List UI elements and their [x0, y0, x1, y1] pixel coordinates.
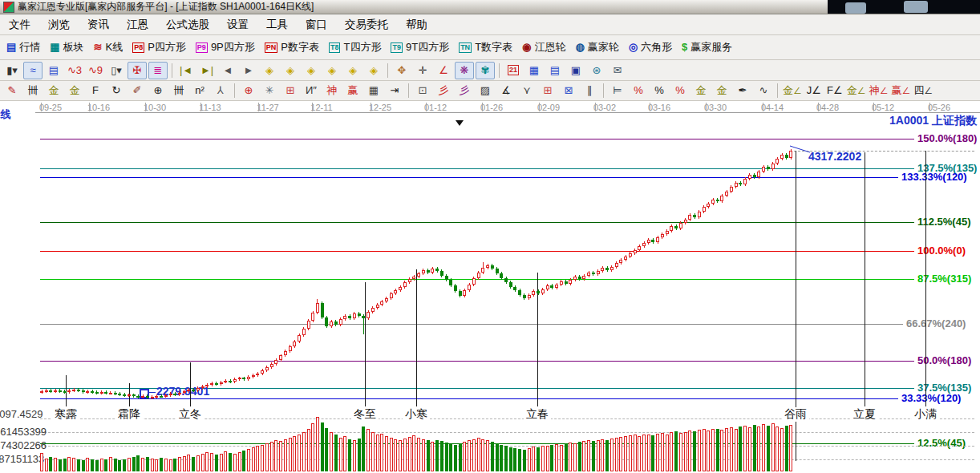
gold-scale-2-icon[interactable]: 金	[65, 82, 84, 99]
brush-2-icon[interactable]: ✒	[733, 82, 752, 99]
v-channel-icon[interactable]: ⋎	[517, 82, 537, 99]
calendar-icon[interactable]: 21	[504, 62, 523, 79]
spiral-brain-tool-icon[interactable]: ✾	[476, 62, 495, 79]
box-range-icon[interactable]: ⊡	[413, 82, 432, 99]
gold-circle-icon[interactable]: 金	[691, 82, 711, 99]
quote-board-icon[interactable]: ▤	[44, 62, 63, 79]
parallel-lines-icon[interactable]: ∥	[580, 82, 599, 99]
percent-slash-icon[interactable]: %	[629, 82, 648, 99]
shen-angle-icon[interactable]: 神∠	[869, 82, 889, 99]
percent-line-icon[interactable]: %	[670, 82, 690, 99]
marker-pen-icon[interactable]: ✐	[128, 82, 147, 99]
shen-tool-icon[interactable]: 神	[322, 82, 342, 99]
grid-box-blue-icon[interactable]: ⊠	[559, 82, 578, 99]
period-dropdown-icon[interactable]: ▮▾	[2, 62, 22, 79]
toolbar-button-winner-wheel[interactable]: ◍赢家轮	[570, 38, 623, 56]
crosshair-icon[interactable]: ✛	[413, 62, 432, 79]
angle-lines-icon[interactable]: ∡	[496, 82, 516, 99]
si-angle-icon[interactable]: 四∠	[913, 82, 933, 99]
comb-scale-1-icon[interactable]: 卌	[23, 82, 43, 99]
wave-3-icon[interactable]: ∿3	[65, 62, 84, 79]
toolbar-button-p-number-table[interactable]: PNP数字表	[260, 38, 324, 56]
menu-item-browse[interactable]: 浏览	[39, 18, 79, 32]
next-bar-icon[interactable]: ►	[239, 62, 258, 79]
fan-box-purple-icon[interactable]: 彡	[455, 82, 474, 99]
wave-window-icon[interactable]: ∿	[754, 82, 773, 99]
toolbar-button-kline[interactable]: ≋K线	[89, 38, 128, 56]
spiral-icon[interactable]: ↻	[107, 82, 126, 99]
menu-item-tools[interactable]: 工具	[257, 18, 297, 32]
wave-9-icon[interactable]: ∿9	[86, 62, 105, 79]
gold-angle-icon[interactable]: 金∠	[782, 82, 803, 99]
menu-item-news[interactable]: 资讯	[79, 18, 118, 32]
gold-lines-icon[interactable]: 金	[712, 82, 731, 99]
ying-tool-icon[interactable]: 赢	[343, 82, 362, 99]
pan-hand-icon[interactable]: ✥	[392, 62, 411, 79]
menu-item-file[interactable]: 文件	[0, 18, 39, 32]
ying-angle-icon[interactable]: 赢∠	[890, 82, 911, 99]
f-scale-icon[interactable]: F	[86, 82, 105, 99]
price-ladder-icon[interactable]: ⊨	[608, 82, 627, 99]
pivot-mark-icon[interactable]: И″	[302, 82, 321, 99]
gann-square-tool-icon[interactable]: ❋	[455, 62, 474, 79]
f-angle-icon[interactable]: F∠	[825, 82, 844, 99]
toolbar-button-t9-square[interactable]: T99T四方形	[386, 38, 454, 56]
save-icon[interactable]: ▣	[566, 62, 585, 79]
grid-dots-red-icon[interactable]: ⊞	[538, 82, 557, 99]
web-share-icon[interactable]: ⊛	[587, 62, 606, 79]
toolbar-button-p-square[interactable]: P8P四方形	[128, 38, 191, 56]
collapse-arrow[interactable]	[456, 120, 464, 126]
calculator-icon[interactable]: ▦	[524, 62, 544, 79]
j-angle-icon[interactable]: J∠	[804, 82, 824, 99]
volume-bar	[550, 445, 553, 471]
candle-style-dropdown-icon[interactable]: ▯▾	[107, 62, 126, 79]
menu-item-settings[interactable]: 设置	[218, 18, 257, 32]
square-web-icon[interactable]: ⊞	[281, 82, 300, 99]
menu-item-formula-picker[interactable]: 公式选股	[157, 18, 218, 32]
last-page-icon[interactable]: ►|	[197, 62, 217, 79]
notepad-icon[interactable]: ▤	[545, 62, 565, 79]
first-page-icon[interactable]: |◄	[176, 62, 196, 79]
target-cross-icon[interactable]: ⊕	[239, 82, 258, 99]
prev-bar-icon[interactable]: ◄	[218, 62, 237, 79]
menu-item-trade[interactable]: 交易委托	[336, 18, 397, 32]
toolbar-button-t-square[interactable]: T8T四方形	[324, 38, 386, 56]
shift-right-icon[interactable]: ⇥	[385, 82, 404, 99]
angle-ruler-icon[interactable]: ∠	[434, 62, 453, 79]
brush-red-icon[interactable]: ✎	[2, 82, 22, 99]
gann-mark-tool-icon[interactable]: ✠	[128, 62, 147, 79]
gann-diamond-x-icon[interactable]: ◈	[322, 62, 342, 79]
gann-diamond-left-icon[interactable]: ◈	[260, 62, 279, 79]
n-square-icon[interactable]: n²	[190, 82, 209, 99]
clock-circle-icon[interactable]: ⊕	[148, 82, 168, 99]
toolbar-button-quotes[interactable]: ▤行情	[2, 38, 45, 56]
toolbar-separator	[777, 83, 778, 98]
toolbar-button-gann-wheel[interactable]: ◉江恩轮	[517, 38, 570, 56]
overlay-chart-icon[interactable]: ≈	[23, 62, 43, 79]
menu-item-help[interactable]: 帮助	[397, 18, 436, 32]
volume-profile-icon[interactable]: ≣	[148, 62, 168, 79]
menu-item-gann[interactable]: 江恩	[118, 18, 157, 32]
send-mail-icon[interactable]: ✉	[608, 62, 627, 79]
toolbar-button-winner-service[interactable]: $赢家服务	[677, 38, 737, 56]
toolbar-button-p9-square[interactable]: P99P四方形	[191, 38, 260, 56]
percent-icon[interactable]: %	[650, 82, 669, 99]
toolbar-button-sectors[interactable]: ▦板块	[45, 38, 88, 56]
grid-numbers-icon[interactable]: ▦	[364, 82, 383, 99]
menu-item-window[interactable]: 窗口	[297, 18, 336, 32]
gold-angle-2-icon[interactable]: 金∠	[846, 82, 867, 99]
toolbar-button-t-number-table[interactable]: TNT数字表	[454, 38, 517, 56]
fan-box-dark-icon[interactable]: ▨	[476, 82, 495, 99]
mirror-angle-icon[interactable]: ⅄	[211, 82, 230, 99]
fan-rays-icon[interactable]: 彡	[434, 82, 453, 99]
gann-diamond-h-icon[interactable]: ◈	[302, 62, 321, 79]
gann-diamond-star-icon[interactable]: ◈	[343, 62, 362, 79]
comb-scale-2-icon[interactable]: 卌	[169, 82, 188, 99]
spider-web-icon[interactable]: ✳	[260, 82, 279, 99]
gold-scale-1-icon[interactable]: 金	[44, 82, 63, 99]
gann-diamond-all-icon[interactable]: ◈	[364, 62, 383, 79]
chart-area[interactable]: 09-2510-1610-3011-1311-2712-1112-2501-12…	[0, 101, 980, 473]
toolbar-button-hexagon[interactable]: ◎六角形	[624, 38, 677, 56]
gann-diamond-right-icon[interactable]: ◈	[281, 62, 300, 79]
pane-tab-kline[interactable]: K线	[0, 107, 10, 122]
